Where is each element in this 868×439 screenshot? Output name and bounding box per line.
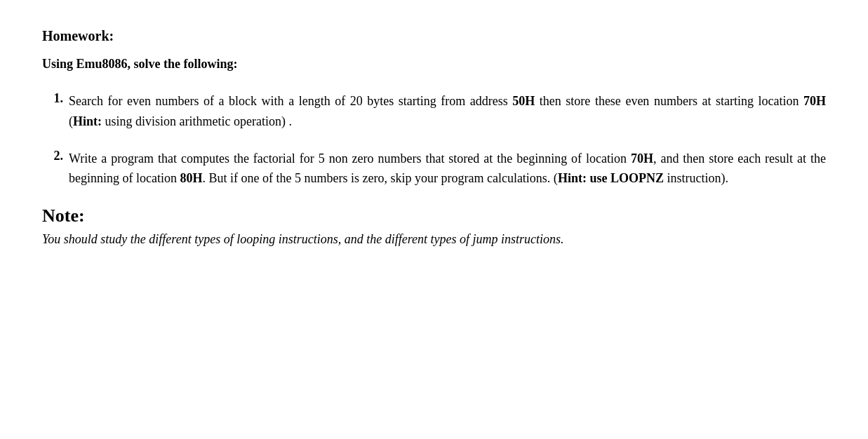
note-text: You should study the different types of … [42,229,826,250]
problem-text-2: Write a program that computes the factor… [69,149,826,189]
problem-text-1: Search for even numbers of a block with … [69,91,826,132]
homework-subtitle: Using Emu8086, solve the following: [42,57,826,72]
homework-title: Homework: [42,28,826,44]
homework-section: Homework: Using Emu8086, solve the follo… [42,28,826,250]
problem-item-2: 2. Write a program that computes the fac… [42,149,826,189]
problem-list: 1. Search for even numbers of a block wi… [42,91,826,189]
problem-item-1: 1. Search for even numbers of a block wi… [42,91,826,132]
problem-number-1: 1. [42,91,63,106]
note-title: Note: [42,205,826,227]
note-section: Note: You should study the different typ… [42,205,826,250]
problem-number-2: 2. [42,149,63,163]
